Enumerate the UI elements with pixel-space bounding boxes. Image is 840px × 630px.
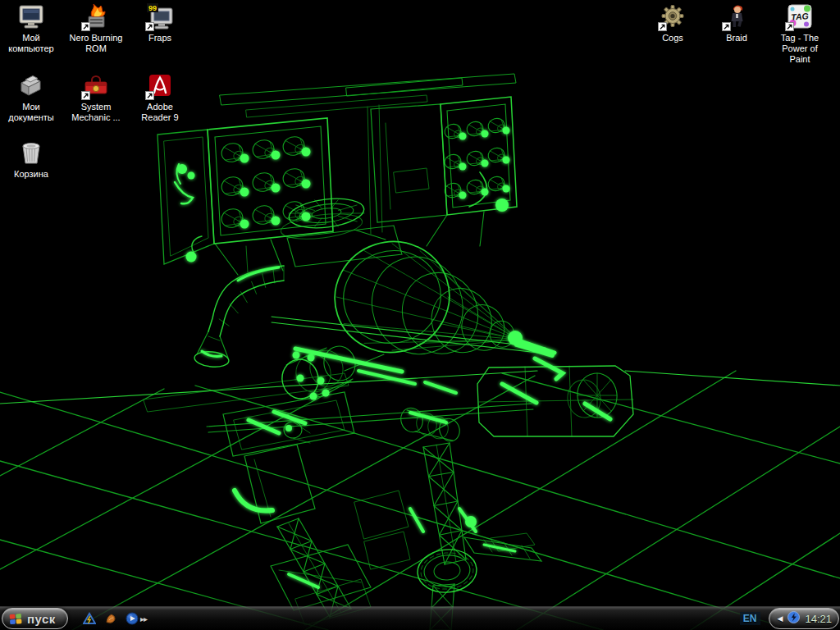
system-tray: ◀ 14:21	[769, 608, 839, 629]
desktop-icon-label: Nero Burning ROM	[70, 33, 123, 54]
desktop-icon-label: Корзина	[14, 169, 48, 180]
shortcut-arrow-icon	[81, 22, 90, 31]
desktop-icon-system-mechanic[interactable]: System Mechanic ...	[65, 71, 127, 123]
svg-text:99: 99	[148, 4, 157, 12]
shortcut-arrow-icon	[145, 22, 154, 31]
shortcut-arrow-icon	[658, 22, 667, 31]
quick-launch-orange-app-icon[interactable]	[104, 612, 117, 625]
shortcut-arrow-icon	[785, 22, 794, 31]
start-button[interactable]: пуск	[2, 608, 68, 629]
desktop-icon-nero-burning-rom[interactable]: Nero Burning ROM	[65, 2, 127, 54]
tray-collapse-chevron[interactable]: ◀	[778, 614, 783, 623]
desktop-icon-braid[interactable]: Braid	[705, 2, 768, 43]
language-indicator[interactable]: EN	[740, 612, 760, 625]
shortcut-arrow-icon	[722, 22, 731, 31]
shortcut-arrow-icon	[145, 91, 154, 100]
desktop-icon-fraps[interactable]: 99 Fraps	[129, 2, 191, 43]
desktop-icon-recycle-bin[interactable]: Корзина	[0, 138, 62, 180]
recycle-bin-icon	[17, 139, 45, 167]
desktop-icon-cogs[interactable]: Cogs	[641, 2, 704, 43]
desktop-icon-label: Adobe Reader 9	[141, 102, 178, 123]
windows-logo-icon	[9, 613, 23, 625]
desktop-icon-label: Cogs	[662, 33, 683, 43]
desktop-icon-tag-power-of-paint[interactable]: TAG Tag - The Power of Paint	[769, 2, 831, 65]
tray-power-lightning-icon[interactable]	[788, 611, 800, 623]
clock[interactable]: 14:21	[805, 613, 832, 625]
quick-launch-media-player-icon[interactable]	[126, 612, 139, 625]
my-documents-icon	[17, 71, 45, 99]
shortcut-arrow-icon	[81, 91, 90, 100]
desktop-icon-my-documents[interactable]: Мои документы	[0, 71, 62, 123]
desktop-icon-label: Braid	[726, 33, 747, 43]
desktop-icon-label: Fraps	[148, 33, 171, 43]
desktop-icon-adobe-reader[interactable]: Adobe Reader 9	[129, 71, 191, 123]
svg-text:TAG: TAG	[791, 11, 809, 21]
quick-launch-overflow-chevron[interactable]: ▸▸	[140, 614, 147, 623]
taskbar: пуск ▸▸ EN ◀ 14:21	[0, 607, 840, 630]
desktop-icon-label: Мои документы	[8, 102, 54, 123]
quick-launch-daemon-tools-icon[interactable]	[83, 612, 96, 625]
my-computer-icon	[17, 2, 45, 30]
start-label: пуск	[27, 612, 56, 626]
desktop-icon-label: Tag - The Power of Paint	[781, 33, 819, 65]
desktop-icon-label: Мой компьютер	[8, 33, 53, 54]
quick-launch-bar	[83, 612, 139, 625]
tray-icons	[788, 611, 800, 627]
desktop-icon-my-computer[interactable]: Мой компьютер	[0, 2, 62, 54]
desktop-icon-label: System Mechanic ...	[71, 102, 120, 123]
